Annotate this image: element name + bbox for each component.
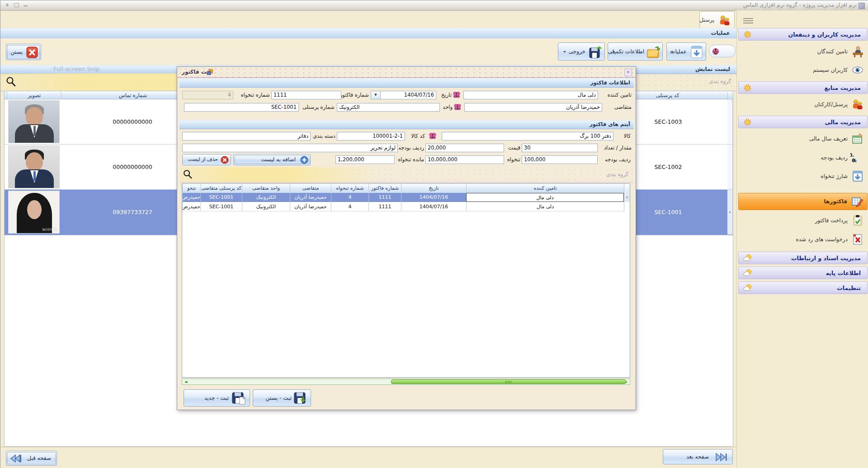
save-new-button[interactable]: ثبت - جدید	[184, 389, 250, 407]
window-close-icon[interactable]: x	[4, 2, 10, 8]
personnel-number-field[interactable]: SEC-1001	[184, 103, 299, 112]
column-header[interactable]: واحد متقاضی	[242, 184, 290, 192]
item-field[interactable]: دفتر 100 برگ	[442, 132, 613, 140]
sidebar-item-label: تعریف سال مالی	[809, 136, 848, 142]
cell-holder[interactable]: حمیدرض	[182, 202, 200, 211]
row-selector[interactable]: ‹	[727, 190, 733, 234]
svg-text:.0: .0	[852, 158, 857, 163]
cell-petty-no[interactable]: 4	[331, 202, 368, 211]
personnel-photo	[8, 145, 60, 188]
cell-date[interactable]: 1404/07/16	[401, 202, 466, 211]
cell-supplier[interactable]: دلی مال	[466, 193, 624, 202]
dialog-close-icon[interactable]: ✕	[624, 69, 632, 76]
cell-personnel-code[interactable]: SEC-1001	[200, 202, 242, 211]
budget-row-field[interactable]: لوازم تحریر	[182, 144, 398, 152]
invoice-number-field[interactable]: 1111	[271, 91, 341, 99]
previous-page-button[interactable]: صفحه قبل	[6, 451, 57, 466]
applicant-field[interactable]: حمیدرضا آذریان	[464, 103, 602, 112]
cell-unit[interactable]: الکترونیک	[242, 193, 290, 202]
cell-applicant[interactable]: حمیدرضا آذریان	[290, 193, 331, 202]
unit-field[interactable]: الکترونیک	[337, 103, 440, 112]
lookup-butterfly-icon[interactable]	[428, 132, 437, 140]
save-close-button[interactable]: ثبت - بستن	[253, 389, 311, 407]
invoice-grid-row-selected[interactable]: دلی مال 1404/07/16 1111 4 حمیدرضا آذریان…	[182, 193, 630, 202]
invoice-grid-row[interactable]: دلی مال 1404/07/16 1111 4 حمیدرضا آذریان…	[182, 202, 630, 212]
sidebar-header-base-info[interactable]: اطلاعات پایه	[738, 267, 868, 279]
ladybug-widget[interactable]	[709, 45, 736, 57]
cell-petty-no[interactable]: 4	[331, 193, 368, 202]
add-to-list-button[interactable]: اضافه به لیست	[233, 154, 311, 165]
sidebar-item-personnel[interactable]: پرسنل/کارکنان	[738, 97, 868, 112]
personnel-number-label: شماره پرسنلی	[300, 103, 335, 112]
workers-icon	[851, 98, 864, 111]
category-field[interactable]: دفاتر	[182, 132, 311, 140]
column-header[interactable]: شماره فاکتور	[368, 184, 401, 192]
tab-personnel[interactable]: پرسنل	[699, 11, 735, 28]
modal-groupby-band[interactable]: گروه بندی	[179, 167, 634, 183]
cell-invoice-no[interactable]: 1111	[368, 202, 401, 211]
petty-cash-balance-field[interactable]: 1,200,000	[335, 155, 395, 164]
ribbon-body: بستن خروجی اطلاعات تکمیلی عملیات	[0, 38, 736, 65]
sidebar-item-invoices[interactable]: فاکتورها	[738, 193, 868, 210]
scrollbar-thumb[interactable]	[391, 379, 626, 384]
folder-icon	[646, 45, 660, 59]
sidebar-header-documents[interactable]: مدیریت اسناد و ارتباطات	[738, 252, 868, 264]
petty-cash-field[interactable]: 10,000,000	[425, 155, 504, 164]
column-header[interactable]: تاریخ	[401, 184, 466, 192]
export-floppy-icon	[589, 45, 602, 59]
column-header[interactable]: کد پرسنلی متقاضی	[200, 184, 242, 192]
output-button[interactable]: خروجی	[558, 42, 605, 61]
cell-date[interactable]: 1404/07/16	[401, 193, 466, 202]
extra-info-button[interactable]: اطلاعات تکمیلی	[608, 42, 663, 61]
supplier-field[interactable]: دلی مال	[463, 91, 598, 99]
sidebar-item-invoice-payment[interactable]: پرداخت فاکتور	[738, 213, 868, 229]
cell-unit[interactable]: الکترونیک	[242, 202, 290, 211]
quantity-field[interactable]: 30	[522, 144, 598, 152]
budget-amount-field[interactable]: 100,000	[522, 155, 598, 164]
column-header[interactable]: تنخو	[182, 184, 200, 192]
sidebar-item-suppliers[interactable]: تامین کنندگان	[738, 44, 868, 60]
column-header[interactable]: تامین کننده	[466, 184, 624, 192]
price-field[interactable]: 20,000	[425, 144, 504, 152]
sidebar-item-label: کاربران سیستم	[813, 67, 848, 73]
remove-from-list-button[interactable]: حذف از لیست	[182, 154, 231, 165]
window-maximize-icon[interactable]	[13, 2, 19, 8]
item-code-field[interactable]: 100001-2-1	[337, 132, 405, 140]
hamburger-menu-icon[interactable]	[743, 17, 753, 23]
date-dropdown-icon[interactable]: ▼	[371, 91, 381, 99]
ladybug-icon	[712, 47, 720, 55]
sidebar-item-rejected-requests[interactable]: درخواست های رد شده	[738, 232, 868, 248]
invoice-payment-icon	[851, 214, 864, 227]
sidebar-item-system-users[interactable]: کاربران سیستم	[738, 62, 868, 78]
sidebar-item-fiscal-year[interactable]: تعریف سال مالی	[738, 131, 868, 147]
sidebar-item-budget-row[interactable]: .00.0 ردیف بودجه	[738, 150, 868, 166]
sidebar-header-resources[interactable]: مدیریت منابع	[738, 81, 868, 94]
next-page-button[interactable]: صفحه بعد	[663, 449, 733, 464]
row-selector[interactable]	[727, 145, 733, 189]
cell-personnel-code[interactable]: SEC-1001	[200, 193, 242, 202]
cell-applicant[interactable]: حمیدرضا آذریان	[290, 202, 331, 211]
horizontal-scrollbar[interactable]: ◄ ►	[182, 379, 630, 385]
sidebar-item-petty-cash-charge[interactable]: شارژ تنخواه	[738, 168, 868, 184]
column-header-photo[interactable]: تصویر	[7, 92, 61, 99]
sidebar-header-settings[interactable]: تنظیمات	[738, 281, 868, 294]
search-icon[interactable]	[182, 169, 193, 180]
lookup-butterfly-icon[interactable]	[453, 103, 462, 111]
cell-holder[interactable]: حمیدرض	[182, 193, 200, 202]
search-icon[interactable]	[5, 76, 17, 88]
operations-button[interactable]: عملیات	[666, 42, 706, 61]
lookup-butterfly-icon[interactable]	[452, 91, 461, 99]
sidebar-header-users-stakeholders[interactable]: مدیریت کاربران و ذینفعان	[738, 28, 868, 41]
column-header[interactable]: متقاضی	[290, 184, 331, 192]
cell-supplier[interactable]: دلی مال	[466, 202, 624, 211]
scroll-left-icon[interactable]: ◄	[183, 379, 189, 384]
date-field[interactable]: 1404/07/16	[380, 91, 436, 99]
window-minimize-icon[interactable]	[22, 2, 28, 8]
column-header[interactable]: شماره تنخواه	[331, 184, 368, 192]
row-selector[interactable]	[727, 99, 733, 144]
unit-label: واحد	[441, 103, 453, 112]
dialog-titlebar[interactable]: ثبت فاکتور ✕	[177, 67, 636, 78]
cell-invoice-no[interactable]: 1111	[368, 193, 401, 202]
sidebar-header-finance[interactable]: مدیریت مالی	[738, 116, 868, 128]
close-button[interactable]: بستن	[6, 44, 41, 60]
